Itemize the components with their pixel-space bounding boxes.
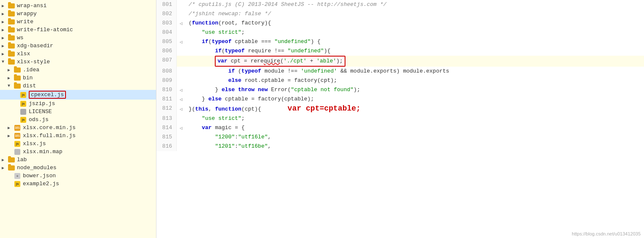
sidebar-item-jszip-js[interactable]: js jszip.js — [0, 100, 156, 108]
gutter-814: ◁ — [177, 123, 185, 133]
sidebar-item-label: xlsx — [17, 51, 30, 57]
sidebar-item-label: xlsx.full.min.js — [23, 133, 76, 139]
folder-icon — [8, 165, 15, 171]
line-content-804: "use strict"; — [185, 28, 644, 37]
sidebar-item-xdg-basedir[interactable]: ▶ xdg-basedir — [0, 42, 156, 50]
line-content-805: if(typeof cptable === "undefined") { — [185, 37, 644, 46]
code-line-816: 816 "1201":"utf16be", — [156, 142, 644, 151]
watermark-text: https://blog.csdn.net/u013412035 — [572, 231, 641, 236]
line-content-809: else root.cptable = factory(cpt); — [185, 76, 644, 85]
sidebar-item-label: .idea — [23, 67, 39, 73]
sidebar-item-label: bower.json — [23, 173, 56, 179]
sidebar-item-label: xlsx.js — [23, 141, 46, 147]
sidebar-item-bower-json[interactable]: ⚙ bower.json — [0, 172, 156, 180]
arrow-icon — [8, 173, 14, 178]
line-content-813: "use strict"; — [185, 114, 644, 123]
json-file-icon: ⚙ — [14, 173, 21, 179]
code-line-811: 811 ◁ } else cptable = factory(cptable); — [156, 95, 644, 104]
js101-file-icon: 101 — [14, 125, 21, 131]
line-number: 804 — [156, 28, 177, 37]
line-content-814: var magic = { — [185, 123, 644, 133]
sidebar-item-label: node_modules — [17, 165, 57, 171]
sidebar-item-label: xlsx.core.min.js — [23, 124, 76, 131]
sidebar-item-bin[interactable]: ▶ bin — [0, 74, 156, 82]
file-tree-sidebar: ▶ wrap-ansi ▶ wrappy ▶ write ▶ write-fil… — [0, 0, 156, 238]
sidebar-item-ods-js[interactable]: js ods.js — [0, 116, 156, 124]
arrow-icon — [8, 181, 14, 186]
arrow-icon: ▶ — [2, 19, 8, 24]
line-number: 805 — [156, 37, 177, 46]
code-line-812: 812 ◁ }(this, function(cpt){ var cpt=cpt… — [156, 104, 644, 114]
code-line-810: 810 ◁ } else throw new Error("cptable no… — [156, 85, 644, 95]
line-content-802: /*jshint newcap: false */ — [185, 9, 644, 19]
code-line-807: 807 var cpt = rerequire('./cpt' + 'able'… — [156, 56, 644, 67]
gutter-809 — [177, 76, 185, 85]
sidebar-item-xlsx-full[interactable]: ▶ 101 xlsx.full.min.js — [0, 132, 156, 140]
sidebar-item-node-modules[interactable]: ▶ node_modules — [0, 164, 156, 172]
folder-icon — [8, 27, 15, 33]
sidebar-item-wrap-ansi[interactable]: ▶ wrap-ansi — [0, 2, 156, 10]
gutter-807 — [177, 56, 185, 67]
gutter-813 — [177, 114, 185, 123]
js101-file-icon: 101 — [14, 133, 21, 139]
line-number: 812 — [156, 104, 177, 114]
arrow-icon: ▶ — [8, 125, 14, 130]
gutter-804 — [177, 28, 185, 37]
sidebar-item-label: LICENSE — [29, 108, 52, 115]
line-content-808: if (typeof module !== 'undefined' && mod… — [185, 67, 644, 76]
map-file-icon — [14, 149, 21, 155]
sidebar-item-write[interactable]: ▶ write — [0, 18, 156, 26]
sidebar-item-wrappy[interactable]: ▶ wrappy — [0, 10, 156, 18]
sidebar-item-ws[interactable]: ▶ ws — [0, 34, 156, 42]
line-number: 802 — [156, 9, 177, 19]
code-line-805: 805 ◁ if(typeof cptable === "undefined")… — [156, 37, 644, 46]
arrow-icon: ▶ — [2, 27, 8, 32]
line-content-812: }(this, function(cpt){ var cpt=cptable; — [185, 104, 644, 114]
sidebar-item-label: xdg-basedir — [17, 43, 53, 49]
gutter-815 — [177, 133, 185, 142]
arrow-icon: ▶ — [2, 165, 8, 170]
sidebar-item-label: bin — [23, 75, 33, 81]
gutter-808 — [177, 67, 185, 76]
sidebar-item-xlsx-style[interactable]: ▼ xlsx-style — [0, 58, 156, 66]
arrow-icon — [8, 141, 14, 146]
js-file-icon: js — [19, 101, 27, 107]
gutter-806 — [177, 46, 185, 56]
line-content-806: if(typeof require !== "undefined"){ — [185, 46, 644, 56]
sidebar-item-write-file-atomic[interactable]: ▶ write-file-atomic — [0, 26, 156, 34]
sidebar-item-xlsx-min-map[interactable]: xlsx.min.map — [0, 148, 156, 156]
arrow-expand-icon: ▼ — [2, 60, 8, 64]
sidebar-item-label: jszip.js — [29, 100, 55, 107]
arrow-icon: ▶ — [8, 68, 14, 73]
folder-icon — [8, 51, 15, 57]
sidebar-item-label: write — [17, 19, 33, 25]
gutter-812: ◁ — [177, 104, 185, 114]
sidebar-item-example2-js[interactable]: js example2.js — [0, 180, 156, 188]
js-file-icon: js — [19, 117, 27, 123]
folder-icon — [8, 11, 15, 17]
code-line-813: 813 "use strict"; — [156, 114, 644, 123]
js-file-icon: js — [14, 181, 21, 187]
js-file-icon: js — [19, 92, 27, 98]
sidebar-item-lab[interactable]: ▶ lab — [0, 156, 156, 164]
sidebar-item-license[interactable]: LICENSE — [0, 108, 156, 116]
folder-icon — [8, 59, 15, 65]
folder-icon — [8, 35, 15, 41]
sidebar-item-dist[interactable]: ▼ dist — [0, 82, 156, 90]
line-content-807: var cpt = rerequire('./cpt' + 'able'); — [185, 56, 644, 67]
gutter-802 — [177, 9, 185, 19]
arrow-icon: ▶ — [2, 11, 8, 16]
sidebar-item-label: wrap-ansi — [17, 3, 47, 9]
arrow-icon: ▶ — [2, 3, 8, 8]
line-number: 811 — [156, 95, 177, 104]
sidebar-item-xlsx-core[interactable]: ▶ 101 xlsx.core.min.js — [0, 124, 156, 132]
line-number: 808 — [156, 67, 177, 76]
arrow-icon — [8, 149, 14, 154]
sidebar-item-label: ws — [17, 35, 24, 41]
line-number: 803 — [156, 19, 177, 28]
sidebar-item-label: wrappy — [17, 11, 37, 17]
sidebar-item-xlsx-js[interactable]: js xlsx.js — [0, 140, 156, 148]
sidebar-item-xlsx[interactable]: ▶ xlsx — [0, 50, 156, 58]
sidebar-item-cpexcel-js[interactable]: js cpexcel.js — [0, 90, 156, 100]
sidebar-item-idea[interactable]: ▶ .idea — [0, 66, 156, 74]
